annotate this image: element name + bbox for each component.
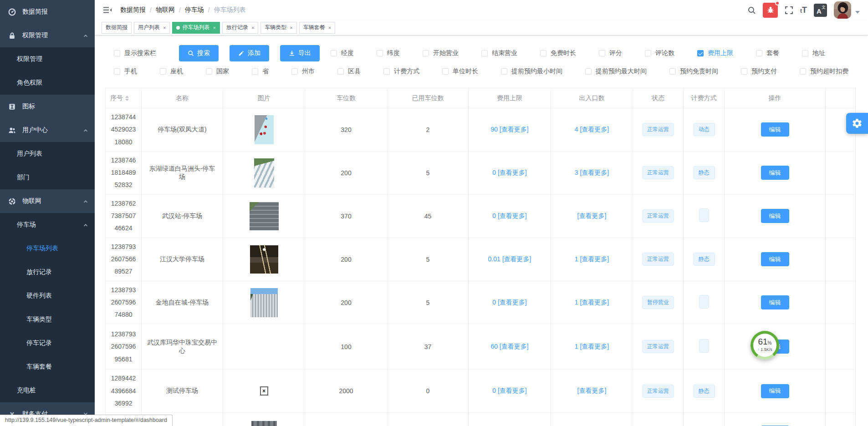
filter-checkbox[interactable]: 地址 xyxy=(802,49,825,57)
sidebar-submenu-item[interactable]: 车辆套餐 xyxy=(0,355,95,379)
gates-see-more-link[interactable]: 3 [查看更多] xyxy=(575,169,609,176)
language-switch-icon[interactable]: A 文 xyxy=(814,4,827,17)
breadcrumb-item[interactable]: 数据简报 xyxy=(120,6,146,14)
error-log-bug-icon[interactable] xyxy=(763,3,778,18)
filter-checkbox[interactable]: 经度 xyxy=(331,49,354,57)
filter-checkbox[interactable]: 评分 xyxy=(599,49,622,57)
cell-used: 5 xyxy=(388,151,469,194)
tag-item[interactable]: 车辆套餐× xyxy=(299,22,335,34)
filter-checkbox[interactable]: 区县 xyxy=(337,67,361,76)
sidebar-submenu-item[interactable]: 停车场列表 xyxy=(0,237,95,260)
filter-checkbox[interactable]: 预约支付 xyxy=(741,67,777,76)
search-icon[interactable] xyxy=(747,6,756,15)
sidebar-item[interactable]: 数据简报 xyxy=(0,0,95,24)
filter-checkbox[interactable]: 单位时长 xyxy=(442,67,478,76)
filter-checkbox[interactable]: 套餐 xyxy=(756,49,779,57)
sidebar-submenu-item[interactable]: 角色权限 xyxy=(0,71,95,95)
fee-see-more-link[interactable]: 0 [查看更多] xyxy=(492,387,526,394)
edit-button[interactable]: 编辑 xyxy=(761,295,789,309)
tag-item[interactable]: 用户列表× xyxy=(134,22,170,34)
tag-item[interactable]: 车辆类型× xyxy=(260,22,296,34)
filter-checkbox[interactable]: 座机 xyxy=(160,67,183,76)
gates-see-more-link[interactable]: [查看更多] xyxy=(577,387,607,394)
sidebar-submenu-item[interactable]: 放行记录 xyxy=(0,260,95,284)
gates-see-more-link[interactable]: 4 [查看更多] xyxy=(575,126,609,133)
gates-see-more-link[interactable]: 1 [查看更多] xyxy=(575,299,609,306)
lang-secondary: 文 xyxy=(822,5,826,10)
sidebar-item[interactable]: 物联网 xyxy=(0,189,95,213)
filter-checkbox[interactable]: 纬度 xyxy=(377,49,400,57)
hamburger-icon[interactable] xyxy=(103,5,112,15)
fullscreen-icon[interactable] xyxy=(785,6,793,15)
gates-see-more-link[interactable]: [查看更多] xyxy=(577,212,607,219)
tag-close-icon[interactable]: × xyxy=(328,25,331,30)
edit-button[interactable]: 编辑 xyxy=(761,166,789,180)
filter-checkbox[interactable]: 省 xyxy=(252,67,269,76)
gates-see-more-link[interactable]: 1 [查看更多] xyxy=(575,255,609,263)
sidebar-submenu-item[interactable]: 充电桩 xyxy=(0,379,95,402)
sidebar-submenu-item[interactable]: 权限管理 xyxy=(0,47,95,71)
breadcrumb-item[interactable]: 停车场 xyxy=(185,6,204,14)
checkbox-label: 州市 xyxy=(302,67,315,76)
checkbox-box-icon xyxy=(540,50,546,56)
text-size-icon[interactable]: tT xyxy=(800,5,807,15)
fee-see-more-link[interactable]: 0 [查看更多] xyxy=(492,299,526,306)
add-button[interactable]: 添加 xyxy=(230,45,269,61)
filter-checkbox[interactable]: 预约超时扣费 xyxy=(800,67,848,76)
edit-button[interactable]: 编辑 xyxy=(761,384,789,398)
edit-button[interactable]: 编辑 xyxy=(761,209,789,223)
breadcrumb-item[interactable]: 物联网 xyxy=(156,6,175,14)
filter-row-1: 显示搜索栏搜索添加导出经度纬度开始营业结束营业免费时长评分评论数费用上限套餐地址 xyxy=(114,45,860,61)
filter-checkbox[interactable]: 评论数 xyxy=(645,49,674,57)
tag-active[interactable]: 停车场列表× xyxy=(172,22,220,34)
cell-gates: [查看更多] xyxy=(551,194,633,238)
search-button[interactable]: 搜索 xyxy=(179,45,219,61)
tag-close-icon[interactable]: × xyxy=(213,25,215,30)
sidebar-item[interactable]: 权限管理 xyxy=(0,24,95,47)
tag-close-icon[interactable]: × xyxy=(251,25,254,30)
avatar[interactable] xyxy=(834,1,851,19)
export-button[interactable]: 导出 xyxy=(280,45,320,61)
sidebar-submenu-item[interactable]: 停车记录 xyxy=(0,331,95,355)
sidebar-submenu-item[interactable]: 用户列表 xyxy=(0,142,95,166)
checkbox-label: 座机 xyxy=(170,67,183,76)
edit-button[interactable]: 编辑 xyxy=(761,122,789,137)
filter-checkbox[interactable]: 国家 xyxy=(206,67,229,76)
fee-see-more-link[interactable]: 0.01 [查看更多] xyxy=(488,255,531,263)
edit-button[interactable]: 编辑 xyxy=(761,252,789,266)
sidebar-submenu-item[interactable]: 部门 xyxy=(0,166,95,189)
fee-see-more-link[interactable]: 90 [查看更多] xyxy=(490,126,528,133)
filter-checkbox[interactable]: 手机 xyxy=(114,67,137,76)
tag-item[interactable]: 数据简报 xyxy=(102,22,132,34)
sort-asc-icon[interactable] xyxy=(125,96,129,98)
filter-checkbox[interactable]: 预约免责时间 xyxy=(669,67,718,76)
sidebar-submenu-item[interactable]: 停车场 xyxy=(0,213,95,237)
sort-carets-icon[interactable] xyxy=(125,96,129,101)
sidebar-item[interactable]: 图标 xyxy=(0,95,95,118)
cell-index: 1238744 4529023 18080 xyxy=(106,108,142,152)
sidebar-submenu-item[interactable]: 车辆类型 xyxy=(0,308,95,331)
sort-desc-icon[interactable] xyxy=(125,99,129,101)
filter-checkbox[interactable]: 提前预约最大时间 xyxy=(585,67,647,76)
sidebar-submenu-item[interactable]: 硬件列表 xyxy=(0,284,95,308)
status-badge: 正常运营 xyxy=(642,385,674,398)
fee-see-more-link[interactable]: 0 [查看更多] xyxy=(492,169,526,176)
tag-close-icon[interactable]: × xyxy=(163,25,166,30)
filter-checkbox[interactable]: 免费时长 xyxy=(540,49,576,57)
filter-checkbox[interactable]: 费用上限 xyxy=(697,49,733,57)
filter-checkbox[interactable]: 结束营业 xyxy=(481,49,517,57)
caret-down-icon[interactable] xyxy=(855,11,860,14)
filter-checkbox[interactable]: 计费方式 xyxy=(383,67,419,76)
settings-gear-button[interactable] xyxy=(846,113,868,134)
filter-checkbox[interactable]: 开始营业 xyxy=(423,49,459,57)
sidebar-item[interactable]: 用户中心 xyxy=(0,118,95,142)
gates-see-more-link[interactable]: 1 [查看更多] xyxy=(575,343,609,350)
filter-checkbox[interactable]: 提前预约最小时间 xyxy=(501,67,562,76)
tags-view-bar: 数据简报用户列表×停车场列表×放行记录×车辆类型×车辆套餐× xyxy=(95,20,868,36)
fee-see-more-link[interactable]: 0 [查看更多] xyxy=(492,212,526,219)
tag-item[interactable]: 放行记录× xyxy=(222,22,258,34)
filter-checkbox[interactable]: 显示搜索栏 xyxy=(114,49,156,57)
tag-close-icon[interactable]: × xyxy=(290,25,292,30)
fee-see-more-link[interactable]: 60 [查看更多] xyxy=(490,343,528,350)
filter-checkbox[interactable]: 州市 xyxy=(291,67,315,76)
